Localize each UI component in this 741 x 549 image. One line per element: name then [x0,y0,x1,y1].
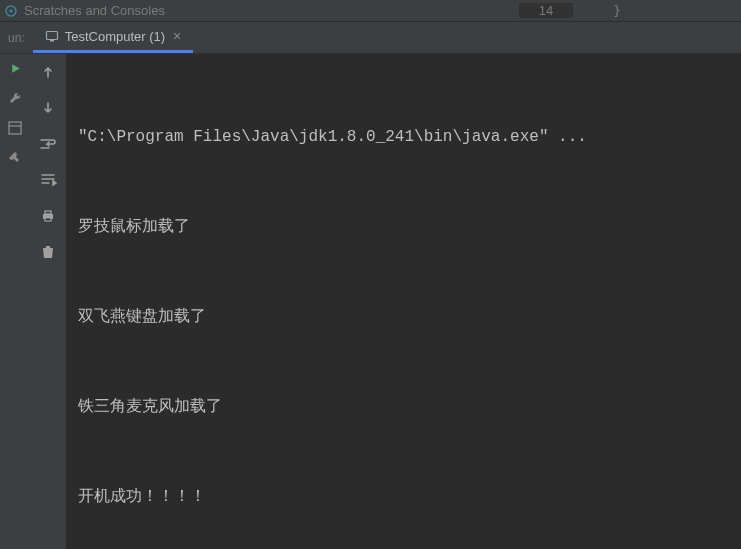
run-label: un: [8,31,25,45]
console-line: 罗技鼠标加载了 [78,212,729,242]
editor-line-number: 14 [519,3,573,18]
svg-rect-2 [50,40,54,42]
svg-rect-3 [9,122,21,134]
close-icon[interactable]: × [173,28,181,44]
console-toolbar [30,54,66,549]
console-line: 开机成功！！！！ [78,482,729,512]
tab-testcomputer[interactable]: TestComputer (1) × [33,23,194,53]
scroll-up-icon[interactable] [36,60,60,84]
svg-rect-7 [45,218,51,221]
run-config-icon [45,29,59,43]
tab-label: TestComputer (1) [65,29,165,44]
scroll-to-end-icon[interactable] [36,168,60,192]
console-line: 铁三角麦克风加载了 [78,392,729,422]
rerun-icon[interactable] [7,60,23,76]
scratches-icon [4,4,18,18]
wrench-icon[interactable] [7,90,23,106]
run-tool-window: "C:\Program Files\Java\jdk1.8.0_241\bin\… [0,54,741,549]
svg-rect-1 [46,32,57,40]
console-line: 双飞燕键盘加载了 [78,302,729,332]
print-icon[interactable] [36,204,60,228]
scroll-down-icon[interactable] [36,96,60,120]
console-output[interactable]: "C:\Program Files\Java\jdk1.8.0_241\bin\… [66,54,741,549]
project-tree-row: Scratches and Consoles 14 } [0,0,741,22]
scratches-label: Scratches and Consoles [24,3,165,18]
trash-icon[interactable] [36,240,60,264]
soft-wrap-icon[interactable] [36,132,60,156]
pin-icon[interactable] [7,150,23,166]
editor-brace: } [613,3,621,18]
left-action-gutter [0,54,30,549]
layout-icon[interactable] [7,120,23,136]
console-line: "C:\Program Files\Java\jdk1.8.0_241\bin\… [78,122,729,152]
svg-rect-6 [45,211,51,214]
run-tab-bar: un: TestComputer (1) × [0,22,741,54]
